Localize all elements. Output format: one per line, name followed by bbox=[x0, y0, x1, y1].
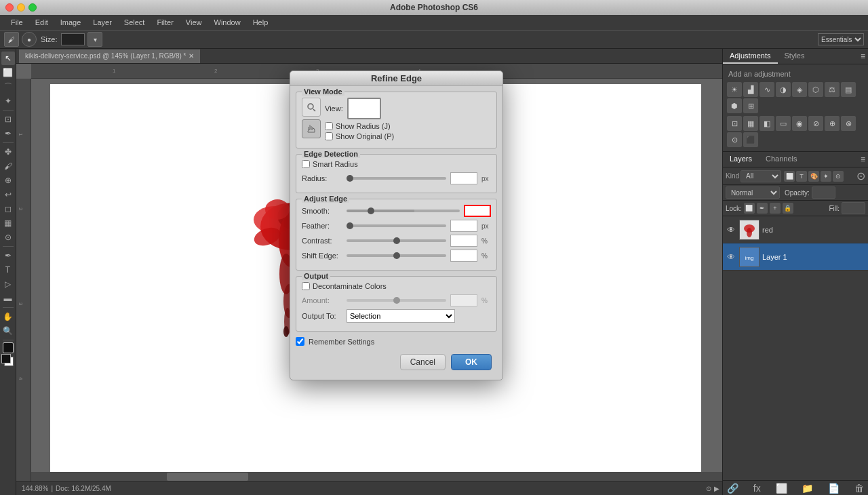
brush-shape-btn[interactable]: ● bbox=[22, 32, 37, 47]
workspace-select[interactable]: Essentials bbox=[818, 33, 864, 45]
ok-button[interactable]: OK bbox=[451, 354, 492, 370]
show-radius-checkbox[interactable] bbox=[325, 122, 333, 130]
menu-window[interactable]: Window bbox=[209, 17, 246, 28]
tab-styles[interactable]: Styles bbox=[778, 49, 812, 64]
tool-wand[interactable]: ✦ bbox=[1, 94, 15, 108]
filter-icon-2[interactable]: T bbox=[796, 171, 807, 182]
tool-marquee[interactable]: ⬜ bbox=[1, 66, 15, 79]
adj-vibrance[interactable]: ◈ bbox=[792, 82, 807, 97]
tool-stamp[interactable]: ⊕ bbox=[1, 174, 15, 187]
adj-extra3[interactable]: ⊗ bbox=[841, 116, 856, 131]
adj-brightness[interactable]: ☀ bbox=[727, 82, 742, 97]
blend-mode-select[interactable]: Normal bbox=[726, 186, 780, 199]
adj-exposure[interactable]: ◑ bbox=[776, 82, 791, 97]
contrast-slider[interactable] bbox=[347, 239, 446, 242]
tool-zoom[interactable]: 🔍 bbox=[1, 324, 15, 338]
filter-icon-5[interactable]: ⊙ bbox=[833, 171, 844, 182]
adj-posterize[interactable]: ▦ bbox=[743, 116, 758, 131]
feather-slider[interactable] bbox=[347, 224, 446, 227]
fill-input[interactable]: 100% bbox=[842, 202, 865, 214]
menu-layer[interactable]: Layer bbox=[87, 17, 117, 28]
radius-slider[interactable] bbox=[347, 177, 446, 180]
tool-hand[interactable]: ✋ bbox=[1, 310, 15, 323]
radius-input[interactable]: 0.0 bbox=[450, 172, 477, 184]
menu-filter[interactable]: Filter bbox=[151, 17, 178, 28]
tool-spot-heal[interactable]: ✤ bbox=[1, 145, 15, 159]
tool-brush[interactable]: 🖌 bbox=[1, 159, 15, 173]
size-dropdown[interactable]: ▾ bbox=[87, 32, 102, 47]
tab-close-icon[interactable]: ✕ bbox=[189, 52, 194, 60]
tab-channels[interactable]: Channels bbox=[759, 152, 804, 167]
add-mask-btn[interactable]: ⬜ bbox=[776, 483, 787, 494]
adj-threshold[interactable]: ◧ bbox=[760, 116, 774, 131]
tool-shapes[interactable]: ▬ bbox=[1, 292, 15, 305]
canvas-area[interactable]: kikis-delivery-service.psd @ 145% (Layer… bbox=[16, 49, 722, 495]
layer-visibility-1[interactable]: 👁 bbox=[726, 252, 736, 262]
filter-icon-3[interactable]: 🎨 bbox=[808, 171, 819, 182]
tool-crop[interactable]: ⊡ bbox=[1, 113, 15, 126]
feather-input[interactable]: 0.0 bbox=[450, 220, 477, 232]
output-to-select[interactable]: Selection Layer Mask New Layer New Layer… bbox=[347, 309, 455, 323]
tool-type[interactable]: T bbox=[1, 263, 15, 277]
delete-layer-btn[interactable]: 🗑 bbox=[854, 483, 864, 494]
show-original-checkbox[interactable] bbox=[325, 132, 333, 140]
add-style-btn[interactable]: fx bbox=[753, 483, 761, 494]
adj-levels[interactable]: ▟ bbox=[743, 82, 758, 97]
refine-zoom-btn[interactable] bbox=[302, 98, 321, 117]
menu-file[interactable]: File bbox=[5, 17, 28, 28]
tool-history-brush[interactable]: ↩ bbox=[1, 188, 15, 201]
tool-lasso[interactable]: ⌒ bbox=[1, 80, 15, 94]
lock-transparent[interactable]: ⬜ bbox=[744, 203, 755, 214]
adj-extra4[interactable]: ⊙ bbox=[727, 132, 742, 147]
opacity-input[interactable]: 100% bbox=[812, 186, 835, 199]
lock-all[interactable]: 🔒 bbox=[783, 203, 793, 214]
layer-visibility-red[interactable]: 👁 bbox=[726, 225, 736, 235]
tool-preset-btn[interactable]: 🖌 bbox=[4, 32, 19, 47]
adj-extra2[interactable]: ⊕ bbox=[825, 116, 840, 131]
tab-adjustments[interactable]: Adjustments bbox=[723, 49, 778, 64]
minimize-button[interactable] bbox=[17, 3, 25, 12]
refine-hand-btn[interactable] bbox=[302, 119, 321, 138]
adj-bw[interactable]: ▤ bbox=[841, 82, 856, 97]
menu-select[interactable]: Select bbox=[119, 17, 151, 28]
document-tab[interactable]: kikis-delivery-service.psd @ 145% (Layer… bbox=[19, 50, 200, 63]
shift-edge-slider[interactable] bbox=[347, 254, 446, 257]
smart-radius-checkbox[interactable] bbox=[302, 160, 310, 168]
tool-path-select[interactable]: ▷ bbox=[1, 277, 15, 291]
tool-eyedropper[interactable]: ✒ bbox=[1, 127, 15, 140]
filter-toggle[interactable]: ⊙ bbox=[856, 170, 865, 182]
create-layer-btn[interactable]: 📄 bbox=[828, 483, 840, 494]
view-thumbnail[interactable] bbox=[347, 98, 381, 119]
menu-edit[interactable]: Edit bbox=[30, 17, 54, 28]
menu-image[interactable]: Image bbox=[55, 17, 87, 28]
create-group-btn[interactable]: 📁 bbox=[802, 483, 813, 494]
decontaminate-checkbox[interactable] bbox=[302, 282, 310, 290]
adj-extra5[interactable]: ⬛ bbox=[743, 132, 758, 147]
adj-channel-mix[interactable]: ⊞ bbox=[743, 98, 758, 113]
menu-view[interactable]: View bbox=[180, 17, 208, 28]
layers-menu-icon[interactable]: ≡ bbox=[858, 152, 868, 167]
filter-icon-4[interactable]: ✦ bbox=[821, 171, 831, 182]
layer-item-red[interactable]: 👁 red bbox=[723, 216, 868, 243]
size-input[interactable]: 35 bbox=[61, 33, 85, 45]
cancel-button[interactable]: Cancel bbox=[400, 354, 446, 370]
menu-help[interactable]: Help bbox=[248, 17, 274, 28]
tab-layers[interactable]: Layers bbox=[723, 152, 759, 167]
canvas-wrapper[interactable]: 1 2 3 4 1 2 3 4 bbox=[16, 64, 722, 495]
adj-hsl[interactable]: ⬡ bbox=[808, 82, 823, 97]
status-icon-1[interactable]: ⊙ bbox=[706, 485, 711, 492]
adj-curves[interactable]: ∿ bbox=[760, 82, 774, 97]
adj-photo-filter[interactable]: ⬢ bbox=[727, 98, 742, 113]
shift-edge-input[interactable]: 0 bbox=[450, 250, 477, 262]
adj-balance[interactable]: ⚖ bbox=[825, 82, 840, 97]
adj-gradient-map[interactable]: ▭ bbox=[776, 116, 791, 131]
adj-selective-color[interactable]: ◉ bbox=[792, 116, 807, 131]
contrast-input[interactable]: 0 bbox=[450, 235, 477, 247]
link-layers-btn[interactable]: 🔗 bbox=[727, 483, 738, 494]
maximize-button[interactable] bbox=[28, 3, 37, 12]
adj-invert[interactable]: ⊡ bbox=[727, 116, 742, 131]
panel-menu-icon[interactable]: ≡ bbox=[858, 49, 868, 64]
tool-dodge[interactable]: ⊙ bbox=[1, 231, 15, 244]
tool-eraser[interactable]: ◻ bbox=[1, 202, 15, 216]
status-icon-2[interactable]: ▶ bbox=[714, 485, 719, 492]
